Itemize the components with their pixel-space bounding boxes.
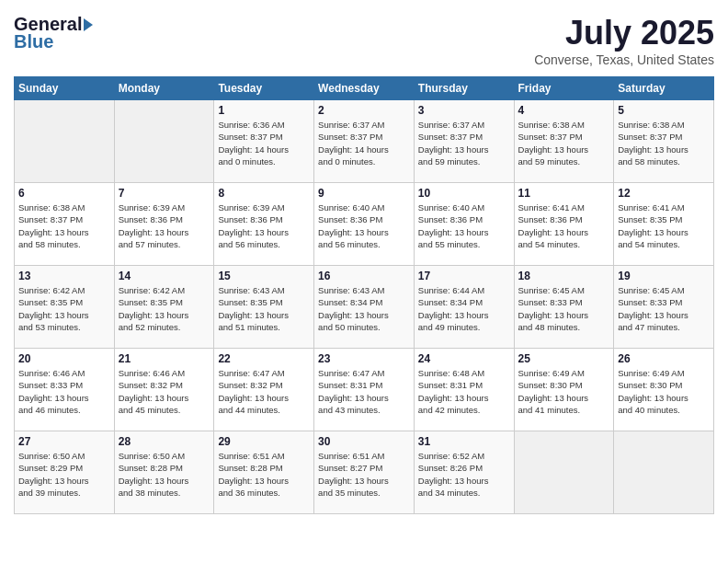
day-number: 11 [518,187,610,200]
calendar-week-row: 27Sunrise: 6:50 AM Sunset: 8:29 PM Dayli… [15,431,714,514]
day-number: 12 [618,187,710,200]
day-info: Sunrise: 6:39 AM Sunset: 8:36 PM Dayligh… [218,201,310,250]
day-info: Sunrise: 6:49 AM Sunset: 8:30 PM Dayligh… [518,367,610,416]
calendar-cell: 15Sunrise: 6:43 AM Sunset: 8:35 PM Dayli… [214,266,314,349]
weekday-header-monday: Monday [114,77,214,100]
day-number: 18 [518,270,610,282]
day-number: 6 [18,187,110,200]
day-info: Sunrise: 6:42 AM Sunset: 8:35 PM Dayligh… [18,284,110,333]
calendar-cell [514,431,614,514]
day-number: 28 [119,435,210,448]
calendar-week-row: 20Sunrise: 6:46 AM Sunset: 8:33 PM Dayli… [15,349,714,431]
day-number: 14 [119,270,210,282]
calendar-cell: 23Sunrise: 6:47 AM Sunset: 8:31 PM Dayli… [314,349,415,431]
day-number: 23 [318,352,410,365]
calendar-cell: 2Sunrise: 6:37 AM Sunset: 8:37 PM Daylig… [314,100,415,183]
day-number: 27 [18,435,110,448]
day-number: 10 [418,187,510,200]
logo-arrow-icon [84,18,93,31]
day-info: Sunrise: 6:50 AM Sunset: 8:28 PM Dayligh… [119,450,210,499]
day-info: Sunrise: 6:38 AM Sunset: 8:37 PM Dayligh… [18,201,110,250]
day-info: Sunrise: 6:52 AM Sunset: 8:26 PM Dayligh… [418,450,510,499]
calendar-cell: 29Sunrise: 6:51 AM Sunset: 8:28 PM Dayli… [214,431,314,514]
day-info: Sunrise: 6:49 AM Sunset: 8:30 PM Dayligh… [618,367,710,416]
day-info: Sunrise: 6:51 AM Sunset: 8:27 PM Dayligh… [318,450,410,499]
day-info: Sunrise: 6:37 AM Sunset: 8:37 PM Dayligh… [418,119,510,167]
day-number: 19 [618,270,710,282]
day-info: Sunrise: 6:40 AM Sunset: 8:36 PM Dayligh… [318,201,410,250]
day-info: Sunrise: 6:45 AM Sunset: 8:33 PM Dayligh… [618,284,710,333]
calendar-cell: 1Sunrise: 6:36 AM Sunset: 8:37 PM Daylig… [214,100,314,183]
day-number: 16 [318,270,410,282]
weekday-header-sunday: Sunday [15,77,115,100]
day-info: Sunrise: 6:43 AM Sunset: 8:34 PM Dayligh… [318,284,410,333]
day-info: Sunrise: 6:47 AM Sunset: 8:31 PM Dayligh… [318,367,410,416]
logo-blue: Blue [14,31,53,52]
day-number: 29 [218,435,310,448]
calendar-cell: 13Sunrise: 6:42 AM Sunset: 8:35 PM Dayli… [15,266,115,349]
calendar-cell: 20Sunrise: 6:46 AM Sunset: 8:33 PM Dayli… [15,349,115,431]
day-number: 4 [518,104,610,117]
calendar-cell: 17Sunrise: 6:44 AM Sunset: 8:34 PM Dayli… [414,266,514,349]
day-number: 8 [218,187,310,200]
day-info: Sunrise: 6:36 AM Sunset: 8:37 PM Dayligh… [218,119,310,167]
day-number: 5 [618,104,710,117]
calendar-cell: 9Sunrise: 6:40 AM Sunset: 8:36 PM Daylig… [314,183,415,266]
calendar-cell: 14Sunrise: 6:42 AM Sunset: 8:35 PM Dayli… [114,266,214,349]
day-info: Sunrise: 6:42 AM Sunset: 8:35 PM Dayligh… [119,284,210,333]
calendar-cell: 28Sunrise: 6:50 AM Sunset: 8:28 PM Dayli… [114,431,214,514]
day-info: Sunrise: 6:45 AM Sunset: 8:33 PM Dayligh… [518,284,610,333]
calendar-cell: 3Sunrise: 6:37 AM Sunset: 8:37 PM Daylig… [414,100,514,183]
day-number: 24 [418,352,510,365]
logo: General Blue [14,14,95,52]
day-info: Sunrise: 6:46 AM Sunset: 8:33 PM Dayligh… [18,367,110,416]
month-year-title: July 2025 [534,14,714,52]
day-info: Sunrise: 6:48 AM Sunset: 8:31 PM Dayligh… [418,367,510,416]
calendar-cell: 8Sunrise: 6:39 AM Sunset: 8:36 PM Daylig… [214,183,314,266]
calendar-cell: 27Sunrise: 6:50 AM Sunset: 8:29 PM Dayli… [15,431,115,514]
weekday-header-row: SundayMondayTuesdayWednesdayThursdayFrid… [15,77,714,100]
day-info: Sunrise: 6:38 AM Sunset: 8:37 PM Dayligh… [518,119,610,167]
calendar-cell [15,100,115,183]
day-number: 26 [618,352,710,365]
weekday-header-saturday: Saturday [614,77,714,100]
calendar-cell: 21Sunrise: 6:46 AM Sunset: 8:32 PM Dayli… [114,349,214,431]
calendar-cell: 24Sunrise: 6:48 AM Sunset: 8:31 PM Dayli… [414,349,514,431]
calendar-cell: 7Sunrise: 6:39 AM Sunset: 8:36 PM Daylig… [114,183,214,266]
day-info: Sunrise: 6:50 AM Sunset: 8:29 PM Dayligh… [18,450,110,499]
calendar-cell: 16Sunrise: 6:43 AM Sunset: 8:34 PM Dayli… [314,266,415,349]
page-header: General Blue July 2025 Converse, Texas, … [14,14,714,67]
day-info: Sunrise: 6:46 AM Sunset: 8:32 PM Dayligh… [119,367,210,416]
day-number: 1 [218,104,310,117]
calendar-cell: 18Sunrise: 6:45 AM Sunset: 8:33 PM Dayli… [514,266,614,349]
weekday-header-thursday: Thursday [414,77,514,100]
day-number: 31 [418,435,510,448]
day-number: 21 [119,352,210,365]
day-number: 2 [318,104,410,117]
day-number: 20 [18,352,110,365]
calendar-cell: 5Sunrise: 6:38 AM Sunset: 8:37 PM Daylig… [614,100,714,183]
weekday-header-tuesday: Tuesday [214,77,314,100]
calendar-week-row: 1Sunrise: 6:36 AM Sunset: 8:37 PM Daylig… [15,100,714,183]
calendar-cell: 10Sunrise: 6:40 AM Sunset: 8:36 PM Dayli… [414,183,514,266]
weekday-header-wednesday: Wednesday [314,77,415,100]
day-info: Sunrise: 6:41 AM Sunset: 8:35 PM Dayligh… [618,201,710,250]
calendar-cell: 31Sunrise: 6:52 AM Sunset: 8:26 PM Dayli… [414,431,514,514]
day-info: Sunrise: 6:51 AM Sunset: 8:28 PM Dayligh… [218,450,310,499]
calendar-cell: 26Sunrise: 6:49 AM Sunset: 8:30 PM Dayli… [614,349,714,431]
calendar-cell: 11Sunrise: 6:41 AM Sunset: 8:36 PM Dayli… [514,183,614,266]
day-info: Sunrise: 6:41 AM Sunset: 8:36 PM Dayligh… [518,201,610,250]
day-number: 22 [218,352,310,365]
day-info: Sunrise: 6:37 AM Sunset: 8:37 PM Dayligh… [318,119,410,167]
calendar-week-row: 13Sunrise: 6:42 AM Sunset: 8:35 PM Dayli… [15,266,714,349]
calendar-cell: 12Sunrise: 6:41 AM Sunset: 8:35 PM Dayli… [614,183,714,266]
title-block: July 2025 Converse, Texas, United States [534,14,714,67]
calendar-week-row: 6Sunrise: 6:38 AM Sunset: 8:37 PM Daylig… [15,183,714,266]
calendar-cell: 30Sunrise: 6:51 AM Sunset: 8:27 PM Dayli… [314,431,415,514]
calendar-cell: 25Sunrise: 6:49 AM Sunset: 8:30 PM Dayli… [514,349,614,431]
calendar-cell [614,431,714,514]
day-info: Sunrise: 6:43 AM Sunset: 8:35 PM Dayligh… [218,284,310,333]
weekday-header-friday: Friday [514,77,614,100]
calendar-cell: 22Sunrise: 6:47 AM Sunset: 8:32 PM Dayli… [214,349,314,431]
calendar-table: SundayMondayTuesdayWednesdayThursdayFrid… [14,76,714,514]
